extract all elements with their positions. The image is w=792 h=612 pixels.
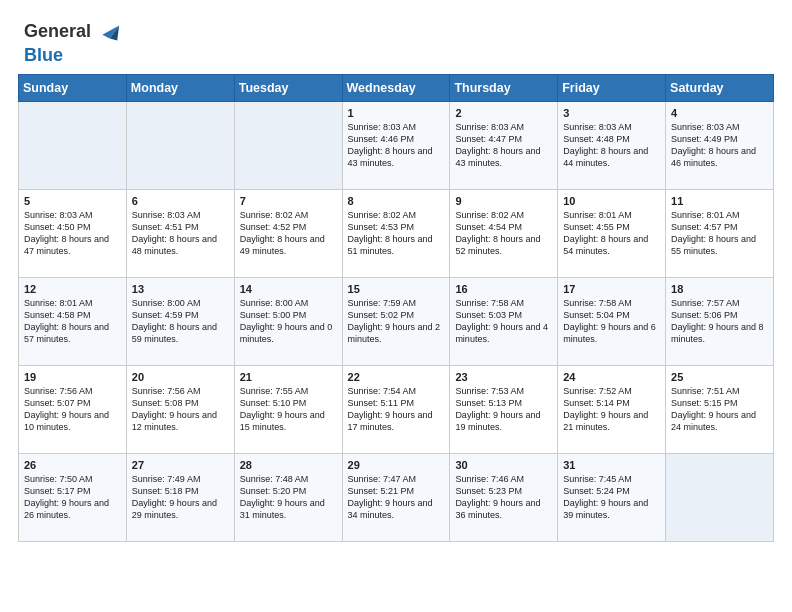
weekday-header-monday: Monday	[126, 74, 234, 101]
weekday-row: SundayMondayTuesdayWednesdayThursdayFrid…	[19, 74, 774, 101]
calendar-week-5: 26Sunrise: 7:50 AM Sunset: 5:17 PM Dayli…	[19, 453, 774, 541]
day-info: Sunrise: 7:54 AM Sunset: 5:11 PM Dayligh…	[348, 385, 445, 434]
calendar-cell: 14Sunrise: 8:00 AM Sunset: 5:00 PM Dayli…	[234, 277, 342, 365]
calendar-week-3: 12Sunrise: 8:01 AM Sunset: 4:58 PM Dayli…	[19, 277, 774, 365]
day-info: Sunrise: 7:55 AM Sunset: 5:10 PM Dayligh…	[240, 385, 337, 434]
day-info: Sunrise: 8:03 AM Sunset: 4:49 PM Dayligh…	[671, 121, 768, 170]
day-number: 6	[132, 195, 229, 207]
day-info: Sunrise: 7:50 AM Sunset: 5:17 PM Dayligh…	[24, 473, 121, 522]
day-number: 5	[24, 195, 121, 207]
weekday-header-thursday: Thursday	[450, 74, 558, 101]
day-number: 10	[563, 195, 660, 207]
calendar-week-2: 5Sunrise: 8:03 AM Sunset: 4:50 PM Daylig…	[19, 189, 774, 277]
day-number: 2	[455, 107, 552, 119]
day-info: Sunrise: 8:02 AM Sunset: 4:52 PM Dayligh…	[240, 209, 337, 258]
day-info: Sunrise: 8:02 AM Sunset: 4:53 PM Dayligh…	[348, 209, 445, 258]
day-number: 4	[671, 107, 768, 119]
calendar-cell: 13Sunrise: 8:00 AM Sunset: 4:59 PM Dayli…	[126, 277, 234, 365]
weekday-header-saturday: Saturday	[666, 74, 774, 101]
day-info: Sunrise: 8:01 AM Sunset: 4:57 PM Dayligh…	[671, 209, 768, 258]
day-info: Sunrise: 8:01 AM Sunset: 4:58 PM Dayligh…	[24, 297, 121, 346]
calendar-cell: 22Sunrise: 7:54 AM Sunset: 5:11 PM Dayli…	[342, 365, 450, 453]
day-info: Sunrise: 7:48 AM Sunset: 5:20 PM Dayligh…	[240, 473, 337, 522]
day-info: Sunrise: 7:56 AM Sunset: 5:08 PM Dayligh…	[132, 385, 229, 434]
weekday-header-friday: Friday	[558, 74, 666, 101]
calendar-cell: 6Sunrise: 8:03 AM Sunset: 4:51 PM Daylig…	[126, 189, 234, 277]
calendar-cell: 10Sunrise: 8:01 AM Sunset: 4:55 PM Dayli…	[558, 189, 666, 277]
day-info: Sunrise: 8:03 AM Sunset: 4:50 PM Dayligh…	[24, 209, 121, 258]
day-number: 16	[455, 283, 552, 295]
calendar-cell: 26Sunrise: 7:50 AM Sunset: 5:17 PM Dayli…	[19, 453, 127, 541]
day-info: Sunrise: 8:03 AM Sunset: 4:46 PM Dayligh…	[348, 121, 445, 170]
day-info: Sunrise: 8:00 AM Sunset: 4:59 PM Dayligh…	[132, 297, 229, 346]
day-info: Sunrise: 7:45 AM Sunset: 5:24 PM Dayligh…	[563, 473, 660, 522]
calendar-cell: 7Sunrise: 8:02 AM Sunset: 4:52 PM Daylig…	[234, 189, 342, 277]
day-info: Sunrise: 8:02 AM Sunset: 4:54 PM Dayligh…	[455, 209, 552, 258]
day-info: Sunrise: 8:03 AM Sunset: 4:48 PM Dayligh…	[563, 121, 660, 170]
calendar-cell: 21Sunrise: 7:55 AM Sunset: 5:10 PM Dayli…	[234, 365, 342, 453]
day-number: 21	[240, 371, 337, 383]
day-info: Sunrise: 7:46 AM Sunset: 5:23 PM Dayligh…	[455, 473, 552, 522]
calendar-cell: 29Sunrise: 7:47 AM Sunset: 5:21 PM Dayli…	[342, 453, 450, 541]
day-number: 25	[671, 371, 768, 383]
day-info: Sunrise: 7:58 AM Sunset: 5:03 PM Dayligh…	[455, 297, 552, 346]
day-number: 8	[348, 195, 445, 207]
calendar-cell: 11Sunrise: 8:01 AM Sunset: 4:57 PM Dayli…	[666, 189, 774, 277]
weekday-header-wednesday: Wednesday	[342, 74, 450, 101]
day-number: 9	[455, 195, 552, 207]
calendar-week-1: 1Sunrise: 8:03 AM Sunset: 4:46 PM Daylig…	[19, 101, 774, 189]
weekday-header-sunday: Sunday	[19, 74, 127, 101]
day-info: Sunrise: 8:00 AM Sunset: 5:00 PM Dayligh…	[240, 297, 337, 346]
calendar-cell: 12Sunrise: 8:01 AM Sunset: 4:58 PM Dayli…	[19, 277, 127, 365]
day-number: 12	[24, 283, 121, 295]
day-info: Sunrise: 7:59 AM Sunset: 5:02 PM Dayligh…	[348, 297, 445, 346]
day-number: 26	[24, 459, 121, 471]
page: General Blue SundayMondayTuesdayWednesda…	[0, 0, 792, 612]
calendar-cell: 5Sunrise: 8:03 AM Sunset: 4:50 PM Daylig…	[19, 189, 127, 277]
header: General Blue	[0, 0, 792, 74]
day-info: Sunrise: 7:49 AM Sunset: 5:18 PM Dayligh…	[132, 473, 229, 522]
calendar-cell: 28Sunrise: 7:48 AM Sunset: 5:20 PM Dayli…	[234, 453, 342, 541]
day-number: 28	[240, 459, 337, 471]
calendar-cell: 18Sunrise: 7:57 AM Sunset: 5:06 PM Dayli…	[666, 277, 774, 365]
calendar-cell: 8Sunrise: 8:02 AM Sunset: 4:53 PM Daylig…	[342, 189, 450, 277]
day-number: 17	[563, 283, 660, 295]
day-info: Sunrise: 7:53 AM Sunset: 5:13 PM Dayligh…	[455, 385, 552, 434]
day-number: 24	[563, 371, 660, 383]
calendar-cell	[666, 453, 774, 541]
day-number: 7	[240, 195, 337, 207]
calendar-cell: 9Sunrise: 8:02 AM Sunset: 4:54 PM Daylig…	[450, 189, 558, 277]
day-info: Sunrise: 7:58 AM Sunset: 5:04 PM Dayligh…	[563, 297, 660, 346]
calendar-cell: 4Sunrise: 8:03 AM Sunset: 4:49 PM Daylig…	[666, 101, 774, 189]
day-number: 23	[455, 371, 552, 383]
day-number: 3	[563, 107, 660, 119]
calendar-cell: 20Sunrise: 7:56 AM Sunset: 5:08 PM Dayli…	[126, 365, 234, 453]
day-number: 22	[348, 371, 445, 383]
day-number: 13	[132, 283, 229, 295]
weekday-header-tuesday: Tuesday	[234, 74, 342, 101]
calendar-cell	[234, 101, 342, 189]
day-number: 29	[348, 459, 445, 471]
day-number: 19	[24, 371, 121, 383]
day-info: Sunrise: 8:01 AM Sunset: 4:55 PM Dayligh…	[563, 209, 660, 258]
day-number: 27	[132, 459, 229, 471]
calendar-cell	[126, 101, 234, 189]
calendar-cell	[19, 101, 127, 189]
day-info: Sunrise: 7:47 AM Sunset: 5:21 PM Dayligh…	[348, 473, 445, 522]
logo-blue: Blue	[24, 45, 63, 65]
calendar-cell: 27Sunrise: 7:49 AM Sunset: 5:18 PM Dayli…	[126, 453, 234, 541]
day-number: 20	[132, 371, 229, 383]
day-number: 31	[563, 459, 660, 471]
calendar-cell: 1Sunrise: 8:03 AM Sunset: 4:46 PM Daylig…	[342, 101, 450, 189]
calendar-header: SundayMondayTuesdayWednesdayThursdayFrid…	[19, 74, 774, 101]
calendar-cell: 31Sunrise: 7:45 AM Sunset: 5:24 PM Dayli…	[558, 453, 666, 541]
day-number: 1	[348, 107, 445, 119]
day-info: Sunrise: 7:52 AM Sunset: 5:14 PM Dayligh…	[563, 385, 660, 434]
day-number: 30	[455, 459, 552, 471]
day-info: Sunrise: 8:03 AM Sunset: 4:47 PM Dayligh…	[455, 121, 552, 170]
day-info: Sunrise: 8:03 AM Sunset: 4:51 PM Dayligh…	[132, 209, 229, 258]
logo-bird-icon	[93, 18, 121, 46]
calendar-cell: 17Sunrise: 7:58 AM Sunset: 5:04 PM Dayli…	[558, 277, 666, 365]
calendar-cell: 30Sunrise: 7:46 AM Sunset: 5:23 PM Dayli…	[450, 453, 558, 541]
day-info: Sunrise: 7:57 AM Sunset: 5:06 PM Dayligh…	[671, 297, 768, 346]
